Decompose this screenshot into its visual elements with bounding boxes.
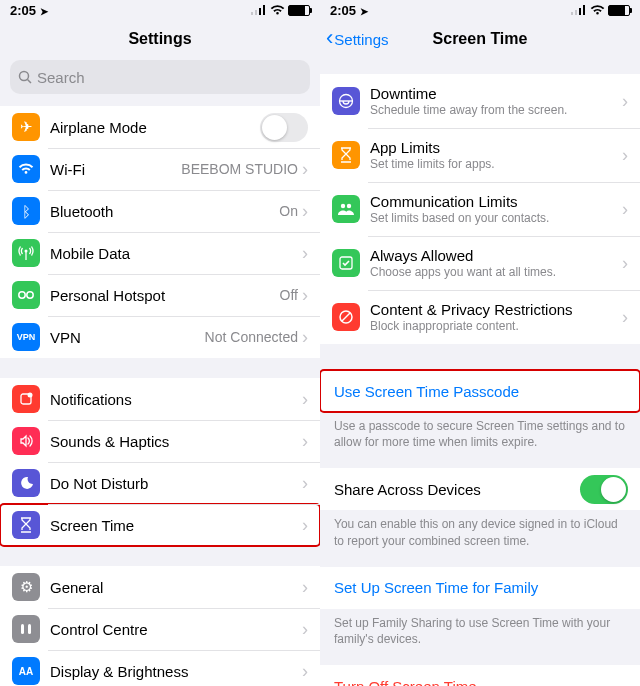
row-subtitle: Choose apps you want at all times. — [370, 265, 622, 279]
text-size-icon: AA — [12, 657, 40, 685]
row-subtitle: Schedule time away from the screen. — [370, 103, 622, 117]
settings-scroll[interactable]: Search ✈Airplane Mode Wi-FiBEEBOM STUDIO… — [0, 60, 320, 686]
row-share-devices[interactable]: Share Across Devices — [320, 468, 640, 510]
footer-text: Set up Family Sharing to use Screen Time… — [334, 615, 626, 647]
status-bar: 2:05 ➤ — [320, 0, 640, 18]
svg-point-4 — [20, 72, 29, 81]
row-mobile-data[interactable]: Mobile Data› — [0, 232, 320, 274]
chevron-right-icon: › — [622, 145, 628, 166]
row-vpn[interactable]: VPNVPNNot Connected› — [0, 316, 320, 358]
row-downtime[interactable]: DowntimeSchedule time away from the scre… — [320, 74, 640, 128]
people-icon — [332, 195, 360, 223]
hotspot-icon — [12, 281, 40, 309]
row-label: Personal Hotspot — [50, 287, 280, 304]
chevron-right-icon: › — [302, 661, 308, 682]
svg-line-5 — [28, 80, 32, 84]
row-label: VPN — [50, 329, 205, 346]
chevron-right-icon: › — [302, 473, 308, 494]
chevron-right-icon: › — [302, 201, 308, 222]
row-screen-time[interactable]: Screen Time› — [0, 504, 320, 546]
row-app-limits[interactable]: App LimitsSet time limits for apps.› — [320, 128, 640, 182]
row-title: Content & Privacy Restrictions — [370, 301, 622, 318]
screen-time-screen: 2:05 ➤ ‹Settings Screen Time DowntimeSch… — [320, 0, 640, 686]
row-hotspot[interactable]: Personal HotspotOff› — [0, 274, 320, 316]
row-value: Not Connected — [205, 329, 298, 345]
row-comm-limits[interactable]: Communication LimitsSet limits based on … — [320, 182, 640, 236]
vpn-icon: VPN — [12, 323, 40, 351]
chevron-right-icon: › — [622, 307, 628, 328]
chevron-right-icon: › — [302, 619, 308, 640]
screen-time-scroll[interactable]: DowntimeSchedule time away from the scre… — [320, 60, 640, 686]
airplane-toggle[interactable] — [260, 113, 308, 142]
wifi-icon — [590, 5, 605, 16]
row-general[interactable]: ⚙General› — [0, 566, 320, 608]
svg-line-30 — [342, 313, 350, 321]
row-label: Do Not Disturb — [50, 475, 302, 492]
notifications-icon — [12, 385, 40, 413]
hourglass-icon — [12, 511, 40, 539]
gear-icon: ⚙ — [12, 573, 40, 601]
row-display[interactable]: AADisplay & Brightness› — [0, 650, 320, 686]
row-value: BEEBOM STUDIO — [181, 161, 298, 177]
no-entry-icon — [332, 303, 360, 331]
sounds-icon — [12, 427, 40, 455]
chevron-right-icon: › — [302, 285, 308, 306]
hourglass-icon — [332, 141, 360, 169]
svg-rect-0 — [251, 12, 253, 15]
nav-title: Screen Time — [433, 30, 528, 48]
row-label: Wi-Fi — [50, 161, 181, 178]
row-label: Bluetooth — [50, 203, 279, 220]
wifi-icon — [270, 5, 285, 16]
svg-point-26 — [341, 204, 345, 208]
turn-off-button[interactable]: Turn Off Screen Time — [320, 665, 640, 686]
row-content-privacy[interactable]: Content & Privacy RestrictionsBlock inap… — [320, 290, 640, 344]
row-control-centre[interactable]: Control Centre› — [0, 608, 320, 650]
row-dnd[interactable]: Do Not Disturb› — [0, 462, 320, 504]
moon-icon — [12, 469, 40, 497]
share-toggle[interactable] — [580, 475, 628, 504]
chevron-right-icon: › — [302, 389, 308, 410]
row-value: Off — [280, 287, 298, 303]
svg-rect-12 — [21, 624, 24, 634]
chevron-right-icon: › — [302, 431, 308, 452]
svg-rect-22 — [579, 8, 581, 15]
row-bluetooth[interactable]: ᛒBluetoothOn› — [0, 190, 320, 232]
chevron-right-icon: › — [622, 91, 628, 112]
setup-family-button[interactable]: Set Up Screen Time for Family — [320, 567, 640, 609]
downtime-icon — [332, 87, 360, 115]
wifi-settings-icon — [12, 155, 40, 183]
row-title: Always Allowed — [370, 247, 622, 264]
svg-point-8 — [19, 292, 25, 298]
row-title: Communication Limits — [370, 193, 622, 210]
row-label: Notifications — [50, 391, 302, 408]
battery-icon — [608, 5, 630, 16]
row-sounds[interactable]: Sounds & Haptics› — [0, 420, 320, 462]
search-icon — [18, 70, 32, 84]
row-notifications[interactable]: Notifications› — [0, 378, 320, 420]
signal-icon — [251, 5, 267, 15]
row-label: Airplane Mode — [50, 119, 260, 136]
chevron-right-icon: › — [302, 327, 308, 348]
signal-icon — [571, 5, 587, 15]
svg-rect-21 — [575, 10, 577, 15]
row-wifi[interactable]: Wi-FiBEEBOM STUDIO› — [0, 148, 320, 190]
row-always-allowed[interactable]: Always AllowedChoose apps you want at al… — [320, 236, 640, 290]
chevron-right-icon: › — [302, 515, 308, 536]
use-passcode-button[interactable]: Use Screen Time Passcode — [320, 370, 640, 412]
footer-text: Use a passcode to secure Screen Time set… — [334, 418, 626, 450]
chevron-right-icon: › — [622, 253, 628, 274]
row-subtitle: Set time limits for apps. — [370, 157, 622, 171]
row-subtitle: Set limits based on your contacts. — [370, 211, 622, 225]
row-value: On — [279, 203, 298, 219]
row-airplane[interactable]: ✈Airplane Mode — [0, 106, 320, 148]
antenna-icon — [12, 239, 40, 267]
search-input[interactable]: Search — [10, 60, 310, 94]
svg-rect-3 — [263, 5, 265, 15]
back-button[interactable]: ‹Settings — [326, 31, 389, 48]
airplane-icon: ✈ — [12, 113, 40, 141]
svg-rect-25 — [339, 100, 353, 101]
nav-title: Settings — [0, 18, 320, 60]
bluetooth-icon: ᛒ — [12, 197, 40, 225]
svg-rect-2 — [259, 8, 261, 15]
row-label: Display & Brightness — [50, 663, 302, 680]
